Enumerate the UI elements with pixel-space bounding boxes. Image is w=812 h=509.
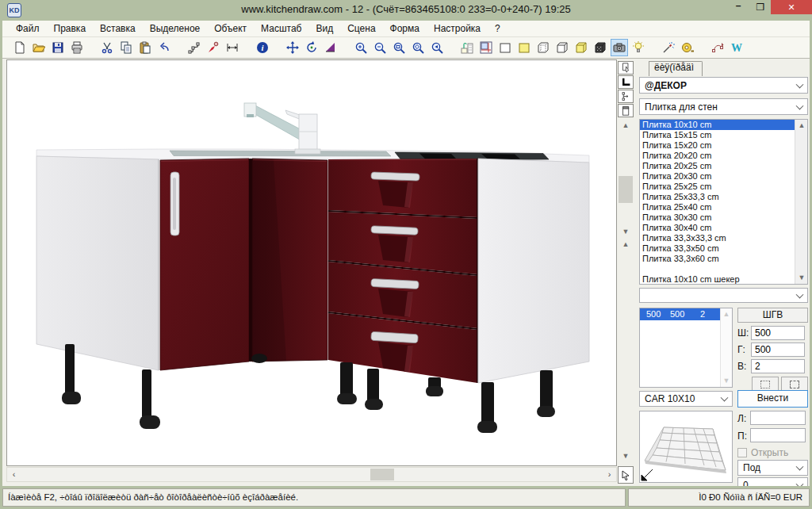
strip-scroll-up-icon[interactable]: ▲ [619, 121, 632, 131]
close-button[interactable]: ✕ [771, 0, 812, 14]
zoom-out-icon[interactable] [371, 39, 389, 56]
zoom-window-icon[interactable] [390, 39, 408, 56]
list-scroll-down-icon[interactable]: ▼ [795, 273, 808, 283]
size-row[interactable]: 5005002 [640, 308, 732, 320]
corner-layout-button[interactable] [618, 75, 634, 89]
right-input[interactable] [750, 428, 806, 442]
catalog-item[interactable]: Плитка 20x25 cm [640, 161, 807, 171]
box-shaded-icon[interactable] [573, 39, 590, 56]
paste-icon[interactable] [136, 39, 154, 56]
style-dropdown[interactable]: @ДЕКОР [639, 77, 808, 94]
maximize-button[interactable]: ❒ [750, 0, 771, 14]
menu-сцена[interactable]: Сцена [340, 21, 382, 36]
scene-canvas[interactable] [6, 59, 617, 466]
menu-объект[interactable]: Объект [207, 21, 254, 36]
hscroll-left-arrow[interactable]: ‹ [7, 468, 21, 481]
new-icon[interactable] [11, 39, 29, 56]
variant-dropdown[interactable] [639, 288, 808, 303]
menu-?[interactable]: ? [488, 21, 508, 36]
menu-форма[interactable]: Форма [383, 21, 427, 36]
render-light-icon[interactable] [630, 39, 647, 56]
catalog-item[interactable]: Плитка 20x30 cm [640, 171, 807, 182]
object-pick-button[interactable] [618, 61, 634, 75]
paint-dart-icon[interactable] [205, 39, 222, 56]
position-dropdown[interactable]: Под [737, 460, 808, 476]
menu-правка[interactable]: Правка [47, 21, 94, 36]
square-wireframe-icon[interactable] [496, 39, 514, 56]
hscroll-thumb[interactable] [370, 469, 394, 480]
vector-path-icon[interactable] [709, 39, 726, 56]
rotate-icon[interactable] [303, 39, 320, 56]
left-input[interactable] [750, 411, 806, 425]
box-white-icon[interactable] [553, 39, 571, 56]
menu-настройка[interactable]: Настройка [427, 21, 488, 36]
undo-icon[interactable] [155, 39, 173, 56]
strip-scroll-down-icon[interactable]: ▼ [619, 227, 632, 237]
camera-icon[interactable] [611, 39, 628, 56]
dimension-icon[interactable] [224, 39, 241, 56]
width-input[interactable] [751, 326, 805, 340]
box-wireframe-icon[interactable] [534, 39, 552, 56]
catalog-item[interactable]: Плитка 33,3x60 cm [640, 254, 807, 264]
menu-масштаб[interactable]: Масштаб [254, 21, 308, 36]
dimension-tool-button[interactable] [618, 90, 634, 103]
menu-выделеное[interactable]: Выделеное [143, 21, 208, 36]
depth-input[interactable] [751, 343, 805, 357]
catalog-item[interactable]: Плитка 25x40 cm [640, 202, 807, 212]
catalog-item[interactable]: Плитка 15x15 cm [640, 130, 807, 140]
catalog-item[interactable] [640, 264, 807, 274]
diagonal-layout-icon[interactable] [641, 469, 653, 481]
hscroll-right-arrow[interactable]: › [603, 468, 616, 481]
open-icon[interactable] [30, 39, 48, 56]
menu-файл[interactable]: Файл [9, 21, 47, 36]
catalog-item[interactable]: Плитка 33,3x50 cm [640, 243, 807, 254]
skew-icon[interactable] [322, 39, 339, 56]
minimize-button[interactable]: – [728, 0, 749, 14]
pointer-mode-button[interactable] [618, 466, 634, 484]
polyline-icon[interactable] [186, 39, 203, 56]
new-page-button[interactable] [618, 104, 634, 117]
catalog-item[interactable]: Плитка 10x10 cm [640, 120, 807, 130]
canvas-hscrollbar[interactable]: ‹ › [6, 467, 617, 482]
strip-scroll2-up-icon[interactable]: ▲ [619, 239, 632, 250]
save-icon[interactable] [49, 39, 67, 56]
catalog-item[interactable]: Плитка 25x33,3 cm [640, 192, 807, 202]
copy-icon[interactable] [117, 39, 135, 56]
height-input[interactable] [751, 359, 805, 373]
list-scroll-up-icon[interactable]: ▲ [795, 121, 808, 131]
plan-view-icon[interactable] [458, 39, 476, 56]
word-export-icon[interactable]: W [728, 39, 745, 56]
family-dropdown[interactable]: Плитка для стен [639, 98, 808, 115]
catalog-tab[interactable]: ёèÿ(ïðåäì [649, 61, 703, 76]
catalog-item[interactable]: Плитка 25x25 cm [640, 182, 807, 192]
strip-scroll-thumb[interactable] [619, 176, 633, 203]
catalog-list-scrollbar[interactable]: ▲ ▼ [795, 120, 807, 284]
menu-вставка[interactable]: Вставка [93, 21, 143, 36]
shgv-button[interactable]: ШГВ [737, 308, 808, 323]
catalog-item[interactable]: Плитка 33,3x33,3 cm [640, 233, 807, 243]
strip-scroll2-down-icon[interactable]: ▼ [619, 451, 632, 461]
zoom-extents-icon[interactable] [409, 39, 427, 56]
zoom-previous-icon[interactable] [428, 39, 446, 56]
catalog-item[interactable]: Плитка 20x20 cm [640, 151, 807, 161]
size-scroll-up-icon[interactable]: ▲ [720, 309, 733, 320]
open-checkbox[interactable] [737, 448, 747, 457]
catalog-item[interactable]: Плитка 30x30 cm [640, 212, 807, 223]
move-icon[interactable] [284, 39, 301, 56]
catalog-item[interactable]: Плитка 15x20 cm [640, 140, 807, 151]
catalog-item[interactable]: Плитка 30x40 cm [640, 223, 807, 233]
car-dropdown[interactable]: CAR 10X10 [639, 391, 733, 407]
elevation-view-icon[interactable] [477, 39, 495, 56]
info-icon[interactable]: i [254, 39, 271, 56]
print-icon[interactable] [68, 39, 86, 56]
size-list[interactable]: 5005002 ▲ ▼ [639, 308, 733, 388]
size-scroll-down-icon[interactable]: ▼ [720, 376, 733, 386]
box-textured-icon[interactable] [592, 39, 609, 56]
size-list-scrollbar[interactable]: ▲ ▼ [720, 308, 732, 387]
catalog-item[interactable]: Плитка 10x10 cm шекер [640, 274, 807, 285]
add-button[interactable]: Внести [737, 390, 808, 408]
cut-icon[interactable] [98, 39, 116, 56]
catalog-item-list[interactable]: Плитка 10x10 cmПлитка 15x15 cmПлитка 15x… [639, 119, 808, 285]
menu-вид[interactable]: Вид [308, 21, 340, 36]
magic-wand-icon[interactable] [660, 39, 677, 56]
